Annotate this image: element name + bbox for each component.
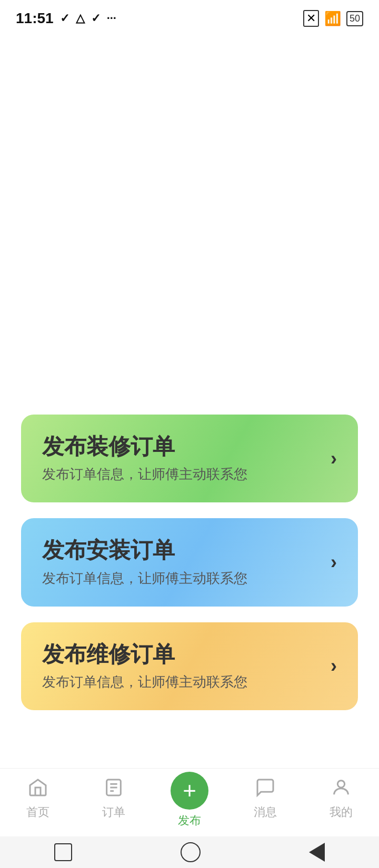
repair-order-card[interactable]: 发布维修订单 发布订单信息，让师傅主动联系您 ›	[21, 622, 358, 710]
orders-icon	[103, 777, 124, 801]
renovation-order-card[interactable]: 发布装修订单 发布订单信息，让师傅主动联系您 ›	[21, 415, 358, 502]
publish-plus-icon: +	[171, 772, 208, 810]
status-right: ✕ 📶 50	[303, 10, 363, 27]
installation-card-content: 发布安装订单 发布订单信息，让师傅主动联系您	[42, 537, 331, 587]
repair-card-arrow: ›	[331, 655, 337, 677]
more-icon: ···	[107, 12, 116, 25]
battery-icon: 50	[346, 11, 363, 26]
nav-label-mine: 我的	[330, 804, 353, 820]
system-navigation-bar	[0, 836, 379, 868]
mine-icon	[331, 777, 352, 801]
nav-label-publish: 发布	[178, 813, 201, 829]
bottom-navigation: 首页 订单 + 发布 消息	[0, 768, 379, 836]
nav-item-publish[interactable]: + 发布	[158, 777, 221, 829]
svg-point-4	[337, 781, 344, 788]
renovation-card-content: 发布装修订单 发布订单信息，让师傅主动联系您	[42, 433, 331, 483]
nav-label-home: 首页	[26, 804, 49, 820]
nav-item-messages[interactable]: 消息	[234, 777, 297, 820]
checkmark-icon-1: ✓	[60, 12, 69, 25]
nav-item-home[interactable]: 首页	[6, 777, 69, 820]
installation-card-arrow: ›	[331, 551, 337, 573]
renovation-card-subtitle: 发布订单信息，让师傅主动联系您	[42, 465, 331, 483]
installation-card-title: 发布安装订单	[42, 537, 331, 563]
renovation-card-arrow: ›	[331, 448, 337, 470]
system-square-button[interactable]	[54, 843, 72, 861]
renovation-card-title: 发布装修订单	[42, 433, 331, 460]
messages-icon	[255, 777, 276, 801]
nav-item-mine[interactable]: 我的	[310, 777, 373, 820]
nav-label-messages: 消息	[254, 804, 277, 820]
checkmark-icon-2: ✓	[91, 12, 101, 25]
repair-card-title: 发布维修订单	[42, 641, 331, 668]
wifi-icon: 📶	[324, 11, 341, 27]
status-left: 11:51 ✓ △ ✓ ···	[16, 10, 116, 27]
nav-item-orders[interactable]: 订单	[82, 777, 145, 820]
cloud-icon: △	[76, 12, 85, 25]
time-display: 11:51	[16, 10, 54, 27]
system-home-button[interactable]	[181, 842, 201, 862]
main-content: 发布装修订单 发布订单信息，让师傅主动联系您 › 发布安装订单 发布订单信息，让…	[0, 37, 379, 747]
home-icon	[27, 777, 48, 801]
nav-label-orders: 订单	[102, 804, 125, 820]
signal-x-icon: ✕	[303, 10, 319, 27]
system-back-button[interactable]	[309, 843, 325, 862]
status-bar: 11:51 ✓ △ ✓ ··· ✕ 📶 50	[0, 0, 379, 37]
installation-order-card[interactable]: 发布安装订单 发布订单信息，让师傅主动联系您 ›	[21, 518, 358, 606]
repair-card-subtitle: 发布订单信息，让师傅主动联系您	[42, 673, 331, 691]
repair-card-content: 发布维修订单 发布订单信息，让师傅主动联系您	[42, 641, 331, 691]
installation-card-subtitle: 发布订单信息，让师傅主动联系您	[42, 569, 331, 588]
